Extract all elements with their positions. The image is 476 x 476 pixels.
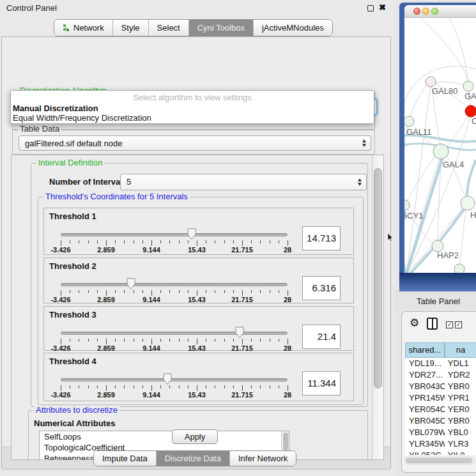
tab-style[interactable]: Style [113, 20, 149, 36]
tick-mark [142, 240, 143, 243]
gear-icon[interactable]: ⚙ [410, 316, 419, 330]
table-data-combobox[interactable]: galFiltered.sif default node [19, 135, 371, 151]
tick-label: 28 [284, 344, 291, 352]
table-row[interactable]: YDR27...YDR2 [405, 369, 476, 381]
column-header-1[interactable]: shared... [405, 342, 445, 358]
tick-mark [106, 290, 107, 296]
popup-placeholder: Select algorithm to view settings [11, 93, 374, 102]
table-row[interactable]: YDL19...YDL1 [405, 358, 476, 369]
popup-item-2[interactable]: Equal Width/Frequency Discretization [13, 113, 151, 123]
tab-select[interactable]: Select [149, 20, 189, 36]
bottom-tab-infer-network[interactable]: Infer Network [230, 451, 296, 466]
network-node[interactable] [454, 264, 464, 273]
network-edge [406, 87, 431, 273]
mac-zoom-icon[interactable] [431, 8, 438, 15]
table-cell: YBR0 [445, 381, 476, 392]
tick-mark [288, 240, 288, 246]
threshold-slider-thumb[interactable] [187, 228, 196, 240]
tick-mark [70, 240, 70, 243]
network-node[interactable] [433, 144, 449, 159]
threshold-slider-track[interactable] [61, 332, 288, 335]
network-icon [63, 24, 70, 32]
threshold-label: Threshold 1 [49, 211, 96, 221]
network-node[interactable] [404, 200, 410, 210]
network-node[interactable] [461, 196, 475, 210]
settings-scrollbar-thumb[interactable] [374, 168, 382, 388]
threshold-slider-track[interactable] [61, 233, 288, 236]
tick-mark [251, 339, 252, 342]
numerical-attributes-label: Numerical Attributes [34, 418, 115, 428]
bottom-tab-impute-data[interactable]: Impute Data [94, 451, 157, 466]
tick-mark [279, 240, 279, 243]
table-row[interactable]: YLR345WYLR3 [405, 438, 476, 450]
columns-icon[interactable] [427, 318, 438, 330]
network-node-label: GCY1 [404, 211, 423, 220]
popup-item-1[interactable]: Manual Discretization [13, 104, 98, 113]
network-node-label: GAL11 [406, 127, 432, 137]
table-row[interactable]: YIL052CYIL0 [405, 450, 476, 455]
tab-cyni-toolbox[interactable]: Cyni Toolbox [189, 20, 254, 36]
tick-mark [215, 290, 215, 293]
network-edge [404, 127, 408, 200]
table-cell: YBL0 [445, 427, 476, 438]
network-canvas[interactable]: GAL80GACGAL11GAL4GCY1HHAP2 [404, 18, 476, 273]
threshold-value-field[interactable]: 14.713 [302, 226, 341, 250]
mac-close-icon[interactable] [413, 8, 420, 15]
network-window-titlebar[interactable] [404, 5, 476, 18]
mac-minimize-icon[interactable] [422, 8, 429, 15]
tick-mark [270, 339, 270, 342]
close-icon[interactable]: ✖ [379, 3, 386, 12]
tick-mark [197, 385, 197, 391]
float-icon[interactable] [367, 5, 374, 12]
threshold-value-field[interactable]: 21.4 [302, 325, 341, 349]
checkbox-icon[interactable]: ✓ [446, 321, 453, 328]
table-cell: YPR1 [445, 392, 476, 404]
column-header-2[interactable]: na [445, 342, 476, 358]
table-cell: YBR043C [405, 381, 445, 392]
tick-mark [124, 290, 125, 293]
tick-mark [179, 339, 180, 342]
table-row[interactable]: YBL079WYBL0 [405, 427, 476, 438]
network-node[interactable] [465, 105, 476, 117]
tick-mark [97, 240, 98, 243]
apply-button[interactable]: Apply [172, 429, 218, 444]
table-hscrollbar-thumb[interactable] [406, 458, 472, 463]
tick-mark [179, 240, 180, 243]
tick-mark [242, 385, 243, 391]
number-of-intervals-spinner[interactable]: 5 [120, 174, 367, 190]
table-row[interactable]: YPR145WYPR1 [405, 392, 476, 404]
table-hscrollbar[interactable] [404, 457, 475, 464]
table-row[interactable]: YBR043CYBR0 [405, 381, 476, 392]
threshold-slider-thumb[interactable] [235, 326, 245, 339]
tick-mark [197, 240, 197, 246]
threshold-row-1: Threshold 1-3.4262.8599.14415.4321.71528… [43, 208, 354, 255]
tick-mark [151, 385, 152, 391]
tab-jactivemnodules[interactable]: jActiveMNodules [254, 20, 332, 36]
table-row[interactable]: YBR045CYBR0 [405, 415, 476, 427]
network-node[interactable] [426, 77, 436, 87]
threshold-value-field[interactable]: 11.344 [302, 371, 341, 395]
tick-mark [61, 385, 61, 391]
tick-label: -3.426 [50, 391, 70, 399]
tick-mark [215, 385, 215, 388]
threshold-slider-track[interactable] [61, 283, 288, 286]
threshold-value-field[interactable]: 6.316 [302, 276, 341, 300]
tick-mark [215, 240, 215, 243]
threshold-slider-thumb[interactable] [127, 278, 136, 290]
settings-scrollbar[interactable] [372, 155, 383, 459]
network-node[interactable] [404, 116, 414, 127]
table-row[interactable]: YER054CYER0 [405, 404, 476, 415]
network-node[interactable] [463, 81, 473, 91]
attribute-list-item[interactable]: SelfLoops [40, 431, 289, 442]
tick-label: 9.144 [142, 246, 160, 254]
tick-label: 9.144 [142, 391, 160, 399]
checkbox-icon[interactable]: ✓ [455, 321, 462, 328]
bottom-tab-discretize-data[interactable]: Discretize Data [157, 451, 230, 466]
tick-mark [115, 240, 116, 243]
tab-network[interactable]: Network [54, 20, 113, 36]
tick-mark [224, 385, 225, 388]
threshold-slider-thumb[interactable] [162, 373, 172, 385]
tick-mark [151, 240, 152, 246]
threshold-slider-track[interactable] [61, 378, 288, 381]
tick-mark [124, 339, 125, 342]
